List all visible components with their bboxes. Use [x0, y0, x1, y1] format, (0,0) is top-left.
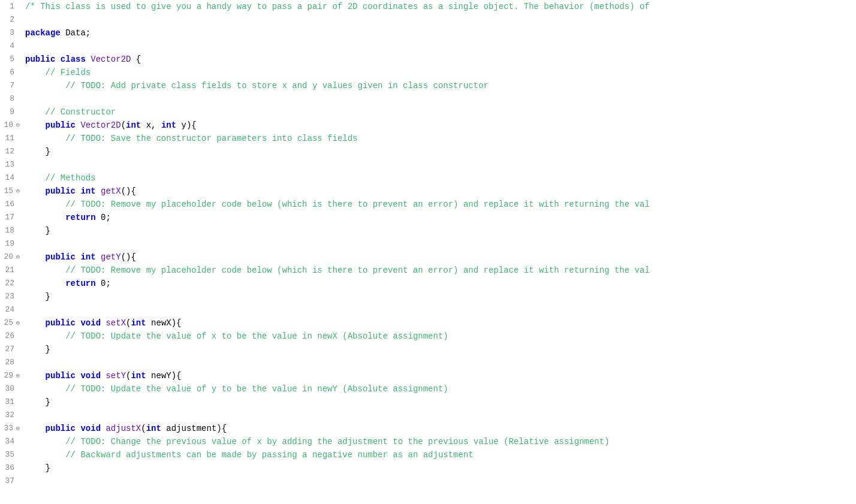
line-number: 32 [0, 409, 25, 422]
line-number: 30 [0, 382, 25, 396]
code-line[interactable] [25, 409, 856, 422]
line-number: 14 [0, 171, 25, 185]
code-line[interactable]: public int getX(){ [25, 185, 856, 198]
code-line[interactable]: } [25, 145, 856, 158]
line-row: 14 // Methods [0, 171, 856, 185]
line-row: 23 } [0, 290, 856, 303]
code-line[interactable]: // TODO: Update the value of y to be the… [25, 382, 856, 396]
line-row: 6 // Fields [0, 66, 856, 79]
line-row: 36 } [0, 461, 856, 475]
line-number: 11 [0, 132, 25, 145]
code-line[interactable]: } [25, 396, 856, 409]
line-row: 8 [0, 92, 856, 105]
line-row: 11 // TODO: Save the constructor paramet… [0, 132, 856, 145]
line-number: 9 [0, 105, 25, 119]
code-line[interactable]: // Backward adjustments can be made by p… [25, 448, 856, 461]
line-row: 1/* This class is used to give you a han… [0, 0, 856, 13]
line-number: 7 [0, 79, 25, 92]
code-line[interactable]: // TODO: Remove my placeholder code belo… [25, 198, 856, 211]
fold-marker[interactable]: ⊖ [14, 185, 22, 198]
line-row: 32 [0, 409, 856, 422]
line-row: 27 } [0, 343, 856, 356]
code-line[interactable]: /* This class is used to give you a hand… [25, 0, 856, 13]
fold-marker[interactable]: ⊖ [14, 422, 22, 435]
line-number: 6 [0, 66, 25, 79]
code-line[interactable] [25, 237, 856, 251]
code-line[interactable] [25, 303, 856, 316]
line-number: 34 [0, 435, 25, 448]
code-line[interactable]: public void adjustX(int adjustment){ [25, 422, 856, 435]
line-number: 13 [0, 158, 25, 171]
line-row: 37 [0, 475, 856, 488]
line-number: 20⊖ [0, 251, 25, 264]
code-line[interactable]: public void setY(int newY){ [25, 369, 856, 382]
line-row: 10⊖ public Vector2D(int x, int y){ [0, 119, 856, 132]
line-row: 2 [0, 13, 856, 26]
code-line[interactable] [25, 356, 856, 369]
code-line[interactable]: // TODO: Update the value of x to be the… [25, 330, 856, 343]
line-row: 28 [0, 356, 856, 369]
line-number: 28 [0, 356, 25, 369]
code-line[interactable]: } [25, 224, 856, 237]
line-number: 16 [0, 198, 25, 211]
line-row: 26 // TODO: Update the value of x to be … [0, 330, 856, 343]
code-line[interactable]: } [25, 343, 856, 356]
line-row: 24 [0, 303, 856, 316]
line-row: 29⊖ public void setY(int newY){ [0, 369, 856, 382]
code-line[interactable]: public int getY(){ [25, 251, 856, 264]
code-line[interactable]: public Vector2D(int x, int y){ [25, 119, 856, 132]
code-line[interactable] [25, 158, 856, 171]
code-line[interactable]: package Data; [25, 26, 856, 40]
line-number: 27 [0, 343, 25, 356]
line-row: 25⊖ public void setX(int newX){ [0, 316, 856, 330]
line-row: 35 // Backward adjustments can be made b… [0, 448, 856, 461]
code-line[interactable]: return 0; [25, 277, 856, 290]
line-number: 22 [0, 277, 25, 290]
line-row: 4 [0, 40, 856, 53]
code-line[interactable]: // TODO: Remove my placeholder code belo… [25, 264, 856, 277]
line-row: 17 return 0; [0, 211, 856, 224]
code-line[interactable]: } [25, 290, 856, 303]
line-number: 33⊖ [0, 422, 25, 435]
line-row: 31 } [0, 396, 856, 409]
line-number: 26 [0, 330, 25, 343]
code-line[interactable]: // TODO: Add private class fields to sto… [25, 79, 856, 92]
code-line[interactable]: // TODO: Save the constructor parameters… [25, 132, 856, 145]
line-row: 3package Data; [0, 26, 856, 40]
line-number: 3 [0, 26, 25, 40]
line-row: 9 // Constructor [0, 105, 856, 119]
code-line[interactable]: } [25, 461, 856, 475]
fold-marker[interactable]: ⊖ [14, 251, 22, 264]
fold-marker[interactable]: ⊖ [14, 316, 22, 330]
line-row: 34 // TODO: Change the previous value of… [0, 435, 856, 448]
fold-marker[interactable]: ⊖ [14, 119, 22, 132]
line-row: 22 return 0; [0, 277, 856, 290]
code-editor: 1/* This class is used to give you a han… [0, 0, 856, 504]
code-line[interactable]: // Fields [25, 66, 856, 79]
code-line[interactable] [25, 40, 856, 53]
line-row: 18 } [0, 224, 856, 237]
code-line[interactable]: // Methods [25, 171, 856, 185]
code-line[interactable]: public class Vector2D { [25, 53, 856, 66]
code-line[interactable] [25, 475, 856, 488]
line-number: 1 [0, 0, 25, 13]
code-line[interactable]: // TODO: Change the previous value of x … [25, 435, 856, 448]
line-row: 30 // TODO: Update the value of y to be … [0, 382, 856, 396]
line-number: 25⊖ [0, 316, 25, 330]
code-line[interactable] [25, 13, 856, 26]
line-row: 19 [0, 237, 856, 251]
fold-marker[interactable]: ⊖ [14, 369, 22, 382]
line-number: 15⊖ [0, 185, 25, 198]
line-number: 10⊖ [0, 119, 25, 132]
code-line[interactable]: public void setX(int newX){ [25, 316, 856, 330]
code-line[interactable] [25, 92, 856, 105]
line-number: 37 [0, 475, 25, 488]
line-number: 2 [0, 13, 25, 26]
line-number: 17 [0, 211, 25, 224]
code-line[interactable]: // Constructor [25, 105, 856, 119]
code-line[interactable]: return 0; [25, 211, 856, 224]
line-row: 20⊖ public int getY(){ [0, 251, 856, 264]
line-row: 13 [0, 158, 856, 171]
line-number: 18 [0, 224, 25, 237]
line-number: 8 [0, 92, 25, 105]
